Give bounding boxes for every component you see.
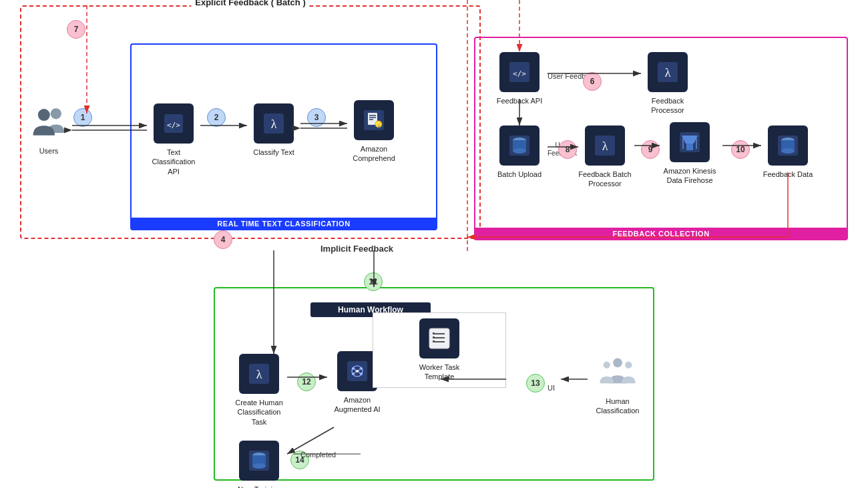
batch-upload-icon — [499, 126, 539, 166]
text-classification-api-node: </> TextClassificationAPI — [147, 103, 200, 176]
svg-text:</>: </> — [513, 69, 526, 78]
svg-text:λ: λ — [602, 140, 608, 153]
text-classification-api-icon: </> — [154, 103, 194, 144]
svg-point-39 — [360, 373, 363, 375]
circle-7: 7 — [67, 20, 85, 39]
batch-upload-node: Batch Upload — [493, 126, 546, 179]
svg-point-31 — [781, 148, 795, 154]
circle-4: 4 — [214, 230, 232, 249]
circle-12: 12 — [297, 373, 316, 391]
users-label: Users — [39, 146, 59, 156]
circle-1: 1 — [73, 108, 92, 127]
svg-point-1 — [38, 109, 50, 121]
feedback-data-label: Feedback Data — [763, 170, 813, 179]
worker-task-node: Worker Task Template — [413, 318, 466, 382]
svg-point-20 — [513, 148, 526, 154]
diagram-container: Explicit Feedback ( Batch ) REAL TIME TE… — [0, 0, 868, 488]
circle-13: 13 — [526, 374, 545, 393]
kinesis-icon — [670, 122, 710, 162]
svg-rect-49 — [433, 336, 435, 338]
new-training-label: New Training... — [238, 485, 280, 488]
pink-box-label: FEEDBACK COLLECTION — [475, 228, 847, 240]
human-classification-label: Human Classification — [588, 397, 648, 416]
svg-text:</>: </> — [167, 121, 180, 130]
new-training-icon — [239, 441, 279, 481]
feedback-api-node: </> Feedback API — [493, 52, 546, 105]
svg-text:💡: 💡 — [376, 121, 382, 128]
svg-point-54 — [625, 362, 632, 369]
kinesis-node: Amazon Kinesis Data Firehose — [660, 122, 720, 186]
users-node: Users — [25, 103, 72, 156]
svg-point-36 — [352, 367, 355, 370]
svg-rect-51 — [433, 340, 435, 342]
feedback-api-label: Feedback API — [497, 96, 543, 105]
amazon-comprehend-label: Amazon Comprehend — [347, 144, 401, 164]
circle-10: 10 — [731, 140, 750, 159]
svg-rect-47 — [433, 332, 435, 334]
create-human-task-node: λ Create HumanClassificationTask — [232, 354, 286, 427]
human-classification-node: Human Classification — [588, 354, 648, 416]
feedback-batch-processor-icon: λ — [585, 126, 625, 166]
new-training-node: New Training... — [232, 441, 286, 488]
feedback-processor-icon: λ — [648, 52, 688, 92]
svg-text:λ: λ — [256, 368, 262, 381]
users-icon — [31, 103, 67, 142]
implicit-feedback-label: Implicit Feedback — [320, 244, 393, 254]
classify-text-node: λ Classify Text — [247, 103, 300, 157]
kinesis-label: Amazon Kinesis Data Firehose — [660, 166, 720, 186]
feedback-batch-processor-label: Feedback Batch Processor — [578, 170, 632, 189]
create-human-task-label: Create HumanClassificationTask — [235, 398, 283, 427]
human-classification-icon — [598, 354, 638, 393]
circle-9: 9 — [641, 140, 660, 159]
create-human-task-icon: λ — [239, 354, 279, 394]
explicit-batch-label: Explicit Feedback ( Batch ) — [191, 0, 309, 7]
text-classification-api-label: TextClassificationAPI — [152, 148, 196, 176]
worker-task-label: Worker Task Template — [413, 362, 466, 382]
feedback-batch-processor-node: λ Feedback Batch Processor — [578, 126, 632, 189]
classify-text-label: Classify Text — [253, 148, 294, 157]
circle-3: 3 — [307, 108, 326, 127]
circle-6: 6 — [583, 72, 602, 91]
circle-8: 8 — [558, 140, 577, 159]
worker-task-icon — [419, 318, 459, 358]
feedback-processor-label: Feedback Processor — [641, 96, 694, 115]
svg-text:λ: λ — [665, 66, 671, 79]
svg-point-53 — [604, 362, 610, 369]
batch-upload-label: Batch Upload — [497, 170, 541, 179]
feedback-processor-node: λ Feedback Processor — [641, 52, 694, 115]
svg-point-58 — [252, 463, 266, 469]
svg-point-40 — [356, 370, 359, 373]
feedback-data-icon — [768, 126, 808, 166]
ui-label: UI — [548, 384, 555, 392]
svg-rect-25 — [686, 144, 693, 150]
feedback-api-icon: </> — [499, 52, 539, 92]
human-workflow-inner-box: Worker Task Template — [373, 312, 506, 388]
svg-point-0 — [51, 108, 61, 119]
amazon-comprehend-icon: 💡 — [354, 100, 394, 140]
amazon-a2i-label: Amazon Augmented AI — [327, 395, 387, 415]
feedback-data-node: Feedback Data — [761, 126, 815, 179]
circle-2: 2 — [207, 108, 226, 127]
circle-11: 11 — [364, 272, 383, 291]
amazon-comprehend-node: 💡 Amazon Comprehend — [347, 100, 401, 164]
svg-point-38 — [352, 373, 355, 375]
svg-point-37 — [360, 367, 363, 370]
svg-point-52 — [613, 358, 622, 367]
completed-label: Completed — [300, 451, 336, 459]
amazon-a2i-icon — [337, 351, 377, 391]
blue-box-label: REAL TIME TEXT CLASSIFICATION — [132, 218, 436, 230]
svg-text:λ: λ — [271, 117, 277, 131]
classify-text-icon: λ — [254, 103, 294, 144]
